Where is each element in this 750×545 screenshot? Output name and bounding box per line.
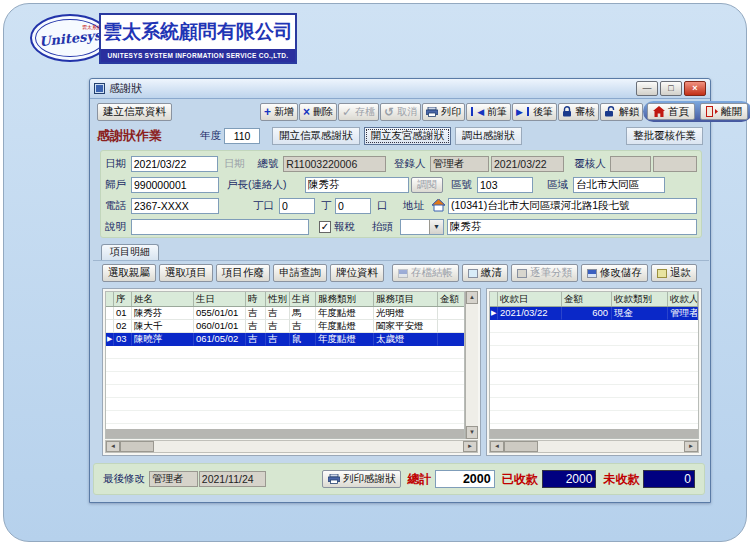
home-icon: [653, 106, 665, 117]
items-table: 序 姓名 生日 時 性別 生肖 服務類別 服務項目 金額: [105, 291, 465, 439]
nav-pill: 首頁 離開: [643, 101, 750, 122]
refund-icon: [657, 269, 667, 278]
batch-review-button[interactable]: 整批覆核作業: [626, 127, 703, 145]
exit-button[interactable]: 離開: [700, 103, 748, 120]
payee-title-input[interactable]: 陳秀芬: [447, 219, 697, 235]
home-button[interactable]: 首頁: [647, 103, 695, 120]
serial-field: R11003220006: [283, 156, 386, 172]
registrar-date-field: 2021/03/22: [491, 156, 564, 172]
grid-footer-strip: [106, 429, 464, 438]
void-item-button[interactable]: 項目作廢: [216, 264, 270, 282]
total-label: 總計: [407, 471, 431, 488]
create-member-button[interactable]: 建立信眾資料: [97, 103, 172, 121]
next-record-button[interactable]: ▶ 後筆: [512, 103, 557, 121]
house-icon[interactable]: [431, 199, 446, 212]
classify-per-entry-button[interactable]: 逐筆分類: [511, 264, 578, 282]
col-payment-collector: 收款人: [668, 292, 698, 306]
scroll-up-icon[interactable]: ▲: [466, 291, 478, 304]
audit-button[interactable]: 審核: [558, 103, 599, 121]
ding-input[interactable]: 0: [335, 198, 371, 214]
select-items-button[interactable]: 選取項目: [159, 264, 213, 282]
printer-icon: [426, 107, 438, 117]
payments-horizontal-scrollbar[interactable]: ◄ ►: [489, 440, 699, 453]
col-amount: 金額: [438, 292, 465, 306]
scrollbar-thumb[interactable]: [120, 441, 154, 452]
unlock-button[interactable]: 解鎖: [600, 103, 643, 121]
scroll-left-icon[interactable]: ◄: [106, 441, 120, 452]
scroll-left-icon[interactable]: ◄: [490, 441, 504, 452]
form-row-1: 日期 2021/03/22 日期 總號 R11003220006 登錄人 管理者…: [105, 153, 697, 174]
area-input[interactable]: 台北市大同區: [573, 177, 665, 193]
col-gender: 性別: [266, 292, 290, 306]
save-button[interactable]: ✓ 存檔: [338, 103, 379, 121]
save-checkout-button[interactable]: 存檔結帳: [392, 264, 459, 282]
window-titlebar[interactable]: 感謝狀 — □ ×: [90, 79, 710, 99]
minimize-button[interactable]: —: [636, 81, 658, 96]
scrollbar-thumb[interactable]: [504, 441, 538, 452]
form-row-2: 歸戶 990000001 戶長(連絡人) 陳秀芬 調閱 區號 103 區域 台北…: [105, 174, 697, 195]
refund-button[interactable]: 退款: [651, 264, 697, 282]
account-input[interactable]: 990000001: [131, 177, 219, 193]
date-input[interactable]: 2021/03/22: [131, 156, 218, 172]
table-row[interactable]: 01 陳秀芬 055/01/01 吉 吉 馬 年度點燈 光明燈: [106, 307, 464, 320]
open-temple-cert-button[interactable]: 開立友宮感謝狀: [364, 127, 452, 145]
col-payment-date: 收款日: [498, 292, 562, 306]
save-edit-button[interactable]: 修改儲存: [581, 264, 648, 282]
tax-checkbox[interactable]: ✓: [319, 221, 331, 233]
items-horizontal-scrollbar[interactable]: ◄ ►: [105, 440, 478, 453]
table-row-selected[interactable]: ▶ 03 陳曉萍 061/05/02 吉 吉 鼠 年度點燈 太歲燈: [106, 333, 464, 346]
items-vertical-scrollbar[interactable]: ▲ ▼: [465, 291, 478, 439]
recall-record-button[interactable]: 調閱: [411, 177, 443, 193]
tablet-data-button[interactable]: 牌位資料: [330, 264, 384, 282]
last-modified-by-field: 管理者: [149, 471, 198, 487]
delete-button[interactable]: × 刪除: [299, 103, 337, 121]
year-input[interactable]: 110: [224, 128, 260, 144]
table-row[interactable]: 02 陳大千 060/01/01 吉 吉 吉 年度點燈 闔家平安燈: [106, 320, 464, 333]
cancel-button[interactable]: ↺ 取消: [380, 103, 421, 121]
scroll-right-icon[interactable]: ►: [463, 441, 477, 452]
select-relatives-button[interactable]: 選取親屬: [102, 264, 156, 282]
payoff-icon: [468, 269, 478, 278]
form-row-3: 電話 2367-XXXX 丁口 0 丁 0 口 地址 (10341)台北市大同區…: [105, 195, 697, 216]
grid-footer-strip: [490, 429, 698, 438]
table-row-selected[interactable]: ▶ 2021/03/22 600 現金 管理者: [490, 307, 698, 320]
recall-cert-button[interactable]: 調出感謝狀: [455, 127, 522, 145]
scroll-right-icon[interactable]: ►: [684, 441, 698, 452]
app-background: Unitesys 雲太系統 雲太系統顧問有限公司 UNITESYS SYSTEM…: [3, 3, 747, 542]
pay-off-button[interactable]: 繳清: [462, 264, 508, 282]
zip-input[interactable]: 103: [477, 177, 533, 193]
address-input[interactable]: (10341)台北市大同區環河北路1段七號: [448, 198, 697, 214]
dingkou-input[interactable]: 0: [279, 198, 315, 214]
scroll-down-icon[interactable]: ▼: [466, 426, 478, 439]
close-button[interactable]: ×: [684, 81, 706, 96]
account-label: 歸戶: [105, 178, 131, 192]
company-logo: Unitesys 雲太系統: [30, 14, 110, 62]
col-name: 姓名: [132, 292, 194, 306]
application-query-button[interactable]: 申請查詢: [273, 264, 327, 282]
household-head-label: 戶長(連絡人): [227, 178, 305, 192]
reviewer-label: 覆核人: [574, 157, 610, 171]
print-button[interactable]: 列印: [422, 103, 465, 121]
detail-tables: 序 姓名 生日 時 性別 生肖 服務類別 服務項目 金額: [93, 286, 709, 456]
items-table-header: 序 姓名 生日 時 性別 生肖 服務類別 服務項目 金額: [106, 292, 464, 307]
ding-label: 丁: [321, 199, 335, 213]
window-title: 感謝狀: [109, 81, 142, 96]
window-icon: [94, 83, 105, 94]
chevron-down-icon[interactable]: ▼: [429, 220, 443, 234]
add-button[interactable]: + 新增: [260, 103, 298, 121]
payee-title-select[interactable]: ▼: [400, 219, 444, 235]
note-input[interactable]: [131, 219, 309, 235]
detail-toolbar: 選取親屬 選取項目 項目作廢 申請查詢 牌位資料 存檔結帳 繳清: [93, 260, 709, 286]
tab-item-detail[interactable]: 項目明細: [101, 244, 159, 260]
total-amount-field[interactable]: 2000: [435, 470, 494, 488]
x-icon: ×: [303, 107, 310, 117]
phone-input[interactable]: 2367-XXXX: [131, 198, 219, 214]
household-head-input[interactable]: 陳秀芬: [305, 177, 409, 193]
print-certificate-button[interactable]: 列印感謝狀: [322, 470, 402, 488]
received-amount-field: 2000: [542, 470, 597, 488]
maximize-button[interactable]: □: [660, 81, 682, 96]
previous-record-button[interactable]: ◀ 前筆: [466, 103, 511, 121]
date-label-disabled: 日期: [224, 157, 248, 171]
open-believer-cert-button[interactable]: 開立信眾感謝狀: [272, 127, 360, 145]
company-name-en: UNITESYS SYSTEM INFORMATION SERVICE CO.,…: [101, 49, 295, 62]
